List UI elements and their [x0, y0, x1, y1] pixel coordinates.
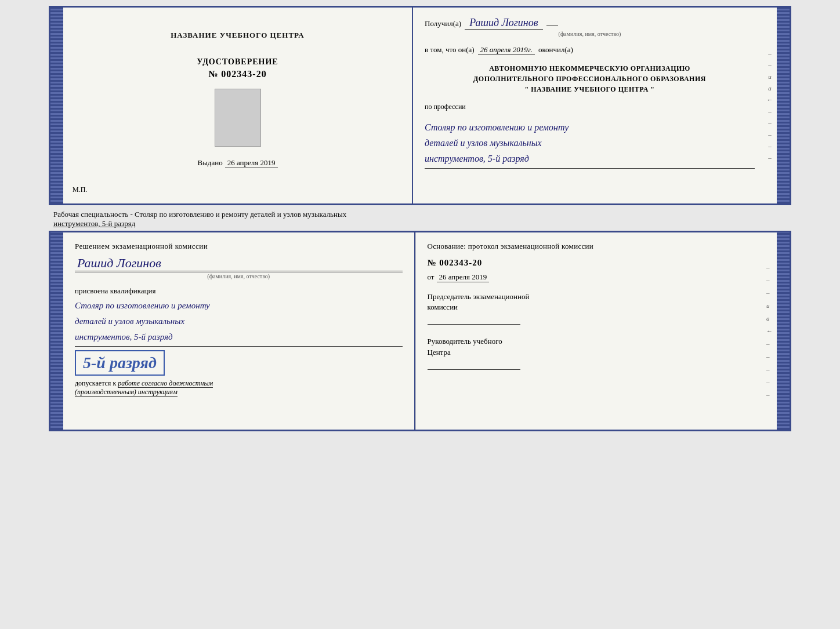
okonchil-label: окончил(а) — [538, 45, 573, 54]
qual-line2: деталей и узлов музыкальных — [75, 314, 403, 329]
predsedatel-signature-line — [428, 324, 520, 325]
udostoverenie-label: УДОСТОВЕРЕНИЕ — [197, 57, 278, 67]
middle-label: Рабочая специальность - Столяр по изгото… — [49, 208, 791, 231]
poluchil-label: Получил(а) — [425, 19, 461, 28]
qual-line1: Столяр по изготовлению и ремонту — [75, 298, 403, 314]
recipient-name: Рашид Логинов — [465, 17, 542, 30]
spine-right-top — [777, 8, 790, 203]
predsedatel-block: Председатель экзаменационной комиссии — [428, 292, 755, 325]
vydano-label: Выдано — [197, 158, 222, 168]
qualification-block: Столяр по изготовлению и ремонту деталей… — [75, 298, 403, 347]
resheniem-title: Решением экзаменационной комиссии — [75, 242, 403, 251]
middle-label-text: Рабочая специальность - Столяр по изгото… — [53, 210, 346, 219]
org-block: АВТОНОМНУЮ НЕКОММЕРЧЕСКУЮ ОРГАНИЗАЦИЮ ДО… — [425, 63, 755, 94]
ot-label: от — [428, 272, 435, 282]
dopuskaetsya-block: допускается к работе согласно должностны… — [75, 379, 403, 397]
dopuskaetsya-label: допускается к — [75, 379, 116, 387]
po-professii-label: по профессии — [425, 103, 755, 111]
razryad-highlight: 5-й разряд — [75, 350, 165, 376]
top-doc-left: НАЗВАНИЕ УЧЕБНОГО ЦЕНТРА УДОСТОВЕРЕНИЕ №… — [63, 8, 413, 203]
top-doc-right: Получил(а) Рашид Логинов (фамилия, имя, … — [413, 8, 766, 203]
rukovoditel-label2: Центра — [428, 347, 755, 358]
middle-label-underline: инструментов, 5-й разряд — [53, 219, 135, 228]
udostoverenie-block: УДОСТОВЕРЕНИЕ № 002343-20 — [197, 57, 278, 79]
dash-after-name — [546, 26, 558, 26]
fio-subtitle-top: (фамилия, имя, отчество) — [425, 31, 755, 37]
spine-left-top — [50, 8, 63, 203]
protocol-number: № 002343-20 — [428, 258, 755, 268]
vydano-block: Выдано 26 апреля 2019 — [197, 158, 277, 168]
rukovoditel-block: Руководитель учебного Центра — [428, 336, 755, 369]
prisvoena-label: присвоена квалификация — [75, 286, 403, 296]
profession-line1: Столяр по изготовлению и ремонту — [425, 119, 755, 135]
dopuskaetsya-value: работе согласно должностным — [118, 379, 213, 388]
top-document: НАЗВАНИЕ УЧЕБНОГО ЦЕНТРА УДОСТОВЕРЕНИЕ №… — [49, 6, 791, 205]
predsedatel-label1: Председатель экзаменационной — [428, 292, 755, 302]
top-left-title: НАЗВАНИЕ УЧЕБНОГО ЦЕНТРА — [171, 31, 305, 40]
photo-placeholder — [215, 89, 261, 147]
bottom-doc-left: Решением экзаменационной комиссии Рашид … — [63, 232, 415, 430]
bottom-doc-right: Основание: протокол экзаменационной коми… — [415, 232, 767, 430]
vydano-date: 26 апреля 2019 — [225, 158, 278, 168]
vtom-date: 26 апреля 2019г. — [478, 45, 535, 55]
poluchil-row: Получил(а) Рашид Логинов (фамилия, имя, … — [425, 17, 755, 37]
vtom-row: в том, что он(а) 26 апреля 2019г. окончи… — [425, 45, 755, 55]
rukovoditel-label1: Руководитель учебного — [428, 336, 755, 347]
ot-date: 26 апреля 2019 — [437, 272, 490, 282]
rukovoditel-signature-line — [428, 369, 520, 370]
spine-right-bottom — [777, 232, 790, 430]
predsedatel-label2: комиссии — [428, 302, 755, 312]
profession-block: Столяр по изготовлению и ремонту деталей… — [425, 119, 755, 169]
dopuskaetsya-value2: (производственным) инструкциям — [75, 388, 178, 397]
qual-line3: инструментов, 5-й разряд — [75, 329, 403, 345]
org-line1: АВТОНОМНУЮ НЕКОММЕРЧЕСКУЮ ОРГАНИЗАЦИЮ — [425, 63, 755, 74]
profession-line2: деталей и узлов музыкальных — [425, 135, 755, 151]
bottom-fio-sub: (фамилия, имя, отчество) — [75, 272, 403, 279]
mp-label: М.П. — [73, 186, 87, 194]
right-decorative-lines-bottom: – – – и а ← – – – – – — [766, 232, 777, 430]
bottom-document: Решением экзаменационной комиссии Рашид … — [49, 231, 791, 431]
udostoverenie-number: № 002343-20 — [197, 69, 278, 79]
org-line3: " НАЗВАНИЕ УЧЕБНОГО ЦЕНТРА " — [425, 84, 755, 94]
org-line2: ДОПОЛНИТЕЛЬНОГО ПРОФЕССИОНАЛЬНОГО ОБРАЗО… — [425, 74, 755, 84]
ot-line: от 26 апреля 2019 — [428, 272, 755, 282]
bottom-name-block: Рашид Логинов (фамилия, имя, отчество) — [75, 256, 403, 279]
right-decorative-lines-top: – – и а ← – – – – – — [766, 8, 777, 203]
bottom-recipient-name: Рашид Логинов — [75, 256, 403, 271]
vtom-label: в том, что он(а) — [425, 45, 475, 54]
osnovanie-title: Основание: протокол экзаменационной коми… — [428, 242, 755, 251]
spine-left-bottom — [50, 232, 63, 430]
profession-line3: инструментов, 5-й разряд — [425, 151, 755, 166]
